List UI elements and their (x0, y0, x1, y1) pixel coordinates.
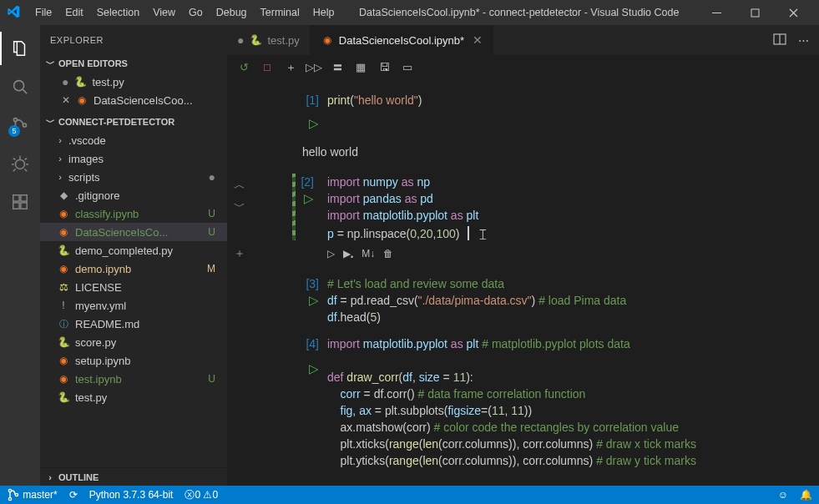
menu-debug[interactable]: Debug (210, 3, 254, 22)
python-file-icon: 🐍 (73, 75, 87, 88)
file-status: U (208, 226, 215, 238)
file-item[interactable]: ◉DataScienceIsCo...U (40, 223, 227, 241)
save-icon[interactable]: 🖫 (374, 58, 394, 78)
status-problems[interactable]: ⓧ 0 ⚠ 0 (185, 488, 218, 502)
tab-label: test.py (267, 34, 299, 47)
tab-test-py[interactable]: ● 🐍 test.py (227, 25, 311, 55)
folder-item[interactable]: ›.vscode (40, 131, 227, 149)
project-header[interactable]: ﹀CONNECT-PETDETECTOR (40, 113, 227, 131)
file-item[interactable]: 🐍demo_completed.py (40, 241, 227, 260)
file-item[interactable]: 🐍test.py (40, 388, 227, 406)
svg-point-2 (14, 81, 24, 91)
run-above-icon[interactable]: 〓 (327, 58, 347, 78)
notebook-body[interactable]: [1] ▷ print("hello world") hello world ︿… (227, 80, 819, 486)
close-window-button[interactable] (774, 0, 812, 25)
run-cell-icon[interactable]: ▷ (252, 115, 319, 132)
menu-go[interactable]: Go (182, 3, 210, 22)
run-all-icon[interactable]: ▷▷ (304, 58, 324, 78)
file-item[interactable]: ◆.gitignore (40, 186, 227, 204)
folder-item[interactable]: ›images (40, 149, 227, 168)
jupyter-file-icon: ◉ (57, 372, 70, 386)
file-item[interactable]: ◉setup.ipynb (40, 351, 227, 370)
cell-execution-count: [4] (252, 335, 319, 352)
code-cell[interactable]: [3] ▷ # Let's load and review some data … (227, 272, 819, 332)
menu-view[interactable]: View (146, 3, 182, 22)
activity-source-control[interactable]: 5 (0, 108, 40, 142)
collapse-down-icon[interactable]: ﹀ (234, 198, 245, 214)
markdown-toggle-icon[interactable]: M↓ (361, 245, 375, 265)
run-cell-icon[interactable]: ▷ (252, 292, 319, 309)
vscode-logo (7, 5, 28, 21)
menu-file[interactable]: File (28, 3, 58, 22)
status-feedback-icon[interactable]: ☺ (778, 489, 788, 501)
minimize-button[interactable] (697, 0, 736, 25)
code-line: # matplotlib.pyplot plots data (482, 337, 629, 350)
file-item[interactable]: ⚖LICENSE (40, 278, 227, 296)
project-name: CONNECT-PETDETECTOR (58, 117, 174, 127)
notebook-toolbar: ↺ □ ＋ ▷▷ 〓 ▦ 🖫 ▭ (227, 55, 819, 80)
menu-help[interactable]: Help (306, 3, 341, 22)
open-editor-label: test.py (92, 76, 215, 88)
variables-icon[interactable]: ▦ (351, 58, 371, 78)
menu-terminal[interactable]: Terminal (254, 3, 306, 22)
sidebar: EXPLORER ﹀Open Editors ● 🐍 test.py ✕ ◉ D… (40, 25, 227, 486)
run-icon[interactable]: ▷ (327, 245, 335, 265)
code-line: # draw y tick marks (596, 454, 696, 467)
svg-rect-9 (21, 203, 27, 209)
code-cell[interactable]: ︿ ﹀ ＋ [2] ▷ import numpy as np import pa… (227, 170, 819, 272)
status-sync-icon[interactable]: ⟳ (69, 489, 78, 501)
file-item[interactable]: ◉test.ipynbU (40, 370, 227, 388)
menu-edit[interactable]: Edit (58, 3, 90, 22)
warn-count: 0 (212, 489, 218, 501)
code-cell[interactable]: [4] ▷ import matplotlib.pyplot as plt # … (227, 332, 819, 469)
delete-cell-icon[interactable]: 🗑 (383, 245, 393, 265)
maximize-button[interactable] (736, 0, 774, 25)
restart-kernel-icon[interactable]: ↺ (234, 58, 254, 78)
add-cell-below-icon[interactable]: ＋ (234, 244, 245, 261)
code-line: # color code the rectangles by correlati… (434, 421, 679, 434)
yaml-file-icon: ! (57, 299, 70, 312)
svg-point-13 (8, 489, 11, 491)
file-label: LICENSE (75, 281, 215, 294)
outline-header[interactable]: ›Outline (40, 467, 227, 486)
open-editor-item[interactable]: ● 🐍 test.py (40, 73, 227, 91)
close-editor-icon[interactable]: ✕ (62, 94, 70, 106)
status-branch[interactable]: master* (7, 488, 58, 501)
collapse-up-icon[interactable]: ︿ (234, 176, 245, 193)
tab-datascience-ipynb[interactable]: ◉ DataScienceIsCool.ipynb* ✕ (311, 25, 493, 55)
run-cell-icon[interactable]: ▷ (301, 190, 314, 207)
split-editor-icon[interactable] (773, 33, 786, 48)
close-tab-icon[interactable]: ✕ (473, 33, 483, 47)
file-item[interactable]: !myenv.yml (40, 296, 227, 315)
activity-explorer[interactable] (0, 32, 40, 65)
svg-point-14 (8, 497, 11, 500)
cell-execution-count: [3] (252, 275, 319, 292)
file-label: test.py (75, 391, 215, 404)
file-item[interactable]: ◉classify.ipynbU (40, 204, 227, 223)
activity-debug[interactable] (0, 147, 40, 180)
svg-rect-7 (13, 195, 19, 201)
activity-search[interactable] (0, 70, 40, 103)
open-editor-item[interactable]: ✕ ◉ DataScienceIsCoo... (40, 91, 227, 109)
status-notification-icon[interactable]: 🔔 (800, 489, 812, 501)
file-item[interactable]: 🐍score.py (40, 333, 227, 351)
svg-point-3 (13, 118, 17, 122)
run-by-line-icon[interactable]: ▶• (343, 245, 353, 265)
svg-rect-8 (13, 203, 19, 209)
status-python[interactable]: Python 3.7.3 64-bit (89, 489, 174, 501)
interrupt-kernel-icon[interactable]: □ (257, 58, 277, 78)
code-cell[interactable]: [1] ▷ print("hello world") (227, 88, 819, 139)
license-file-icon: ⚖ (57, 280, 70, 294)
title-bar: File Edit Selection View Go Debug Termin… (0, 0, 819, 25)
folder-item[interactable]: ›scripts● (40, 168, 227, 186)
file-item[interactable]: ⓘREADME.md (40, 315, 227, 333)
open-editors-header[interactable]: ﹀Open Editors (40, 54, 227, 73)
run-cell-icon[interactable]: ▷ (252, 360, 319, 377)
menu-selection[interactable]: Selection (90, 3, 146, 22)
file-label: demo.ipynb (75, 263, 202, 275)
file-item[interactable]: ◉demo.ipynbM (40, 260, 227, 278)
export-icon[interactable]: ▭ (397, 58, 417, 78)
activity-extensions[interactable] (0, 185, 40, 219)
add-cell-icon[interactable]: ＋ (281, 58, 301, 78)
more-actions-icon[interactable]: ⋯ (798, 34, 811, 47)
